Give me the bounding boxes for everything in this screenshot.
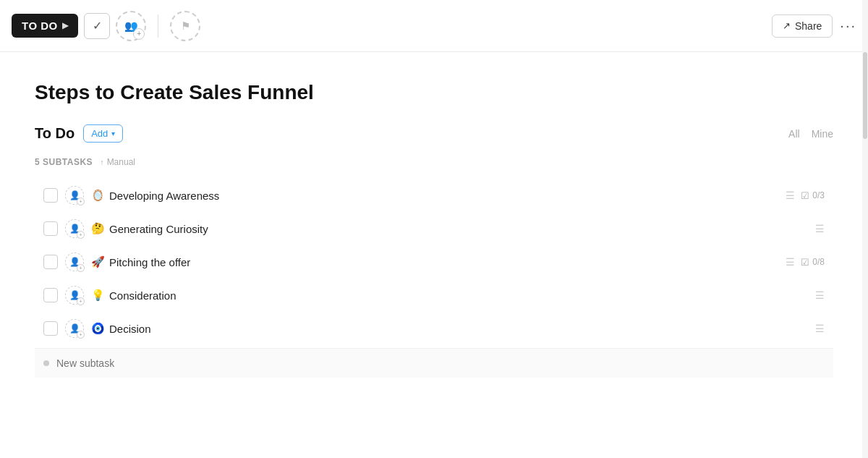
task-name-4: 💡 Consideration (91, 289, 808, 302)
flag-button[interactable]: ⚑ (170, 11, 200, 41)
plus-icon: + (133, 28, 145, 40)
sort-label-text: Manual (107, 157, 135, 167)
task-avatar-2: 👤 + (65, 219, 84, 238)
task-meta-4: ☰ (815, 289, 825, 301)
task-avatar-4: 👤 + (65, 286, 84, 305)
task-row: 👤 + 🤔 Generating Curiosity ☰ (35, 212, 833, 245)
task-row: 👤 + 🪞 Developing Awareness ☰ ☑ 0/3 (35, 179, 833, 212)
task-name-5: 🧿 Decision (91, 322, 808, 335)
task-emoji-3: 🚀 (91, 255, 105, 268)
lines-icon: ☰ (815, 323, 825, 334)
task-row: 👤 + 💡 Consideration ☰ (35, 279, 833, 312)
section-title: To Do (35, 125, 75, 142)
task-row: 👤 + 🧿 Decision ☰ (35, 312, 833, 345)
filter-all[interactable]: All (788, 128, 800, 140)
task-name-1: 🪞 Developing Awareness (91, 189, 778, 202)
task-meta-2: ☰ (815, 223, 825, 234)
new-subtask-input[interactable] (56, 357, 825, 369)
todo-label: TO DO (22, 20, 58, 32)
add-member-button[interactable]: 👥 + (116, 11, 146, 41)
lines-icon: ☰ (786, 256, 795, 268)
chevron-down-icon: ▾ (111, 130, 115, 137)
task-progress-3: ☑ 0/8 (801, 257, 825, 268)
subtasks-count: 5 SUBTASKS (35, 157, 93, 167)
check-icon: ✓ (93, 19, 102, 33)
task-checkbox-3[interactable] (43, 255, 58, 269)
more-options-button[interactable]: ··· (840, 17, 856, 34)
task-progress-1: ☑ 0/3 (801, 190, 825, 201)
task-emoji-2: 🤔 (91, 222, 105, 235)
section-right: All Mine (788, 128, 833, 140)
main-content: Steps to Create Sales Funnel To Do Add ▾… (0, 52, 868, 378)
section-header: To Do Add ▾ All Mine (35, 124, 833, 143)
sort-arrow-icon: ↑ (100, 158, 104, 166)
toolbar-right: ↗ Share ··· (772, 14, 856, 38)
progress-check-icon: ☑ (801, 257, 809, 268)
task-emoji-1: 🪞 (91, 189, 105, 202)
task-avatar-3: 👤 + (65, 253, 84, 271)
task-list: 👤 + 🪞 Developing Awareness ☰ ☑ 0/3 👤 + (35, 179, 833, 345)
task-name-2: 🤔 Generating Curiosity (91, 222, 808, 235)
avatar-plus-icon: + (77, 297, 85, 305)
add-label: Add (91, 128, 108, 139)
new-subtask-dot (43, 360, 49, 366)
toolbar-divider (158, 14, 158, 38)
task-checkbox-2[interactable] (43, 221, 58, 236)
sort-button[interactable]: ↑ Manual (100, 157, 135, 167)
add-button[interactable]: Add ▾ (83, 124, 123, 143)
task-meta-1: ☰ ☑ 0/3 (786, 190, 825, 201)
task-checkbox-1[interactable] (43, 188, 58, 203)
lines-icon: ☰ (786, 190, 795, 201)
scrollbar-thumb[interactable] (863, 52, 867, 139)
lines-icon: ☰ (815, 223, 825, 234)
filter-mine[interactable]: Mine (812, 128, 833, 140)
more-icon: ··· (840, 17, 856, 34)
avatar-plus-icon: + (77, 231, 85, 239)
task-name-3: 🚀 Pitching the offer (91, 255, 778, 268)
task-meta-3: ☰ ☑ 0/8 (786, 256, 825, 268)
share-button[interactable]: ↗ Share (772, 14, 833, 38)
scrollbar-track (862, 0, 868, 458)
chevron-right-icon: ▶ (62, 21, 69, 30)
avatar-plus-icon: + (77, 331, 85, 339)
check-button[interactable]: ✓ (84, 13, 110, 39)
page-title: Steps to Create Sales Funnel (35, 81, 833, 104)
toolbar: TO DO ▶ ✓ 👥 + ⚑ ↗ Share ··· (0, 0, 868, 52)
task-meta-5: ☰ (815, 323, 825, 334)
share-icon: ↗ (783, 20, 791, 31)
new-subtask-row (35, 348, 833, 378)
task-avatar-1: 👤 + (65, 186, 84, 205)
lines-icon: ☰ (815, 289, 825, 301)
task-row: 👤 + 🚀 Pitching the offer ☰ ☑ 0/8 (35, 245, 833, 279)
avatar-plus-icon: + (77, 264, 85, 272)
flag-icon: ⚑ (181, 20, 190, 33)
avatar-plus-icon: + (77, 198, 85, 205)
subtasks-meta: 5 SUBTASKS ↑ Manual (35, 157, 833, 167)
task-checkbox-5[interactable] (43, 321, 58, 336)
toolbar-left: TO DO ▶ ✓ 👥 + ⚑ (12, 11, 766, 41)
task-checkbox-4[interactable] (43, 288, 58, 302)
todo-status-button[interactable]: TO DO ▶ (12, 14, 78, 38)
progress-check-icon: ☑ (801, 190, 809, 201)
task-avatar-5: 👤 + (65, 319, 84, 338)
section-left: To Do Add ▾ (35, 124, 123, 143)
task-emoji-5: 🧿 (91, 322, 105, 335)
task-emoji-4: 💡 (91, 289, 105, 302)
share-label: Share (795, 20, 822, 32)
